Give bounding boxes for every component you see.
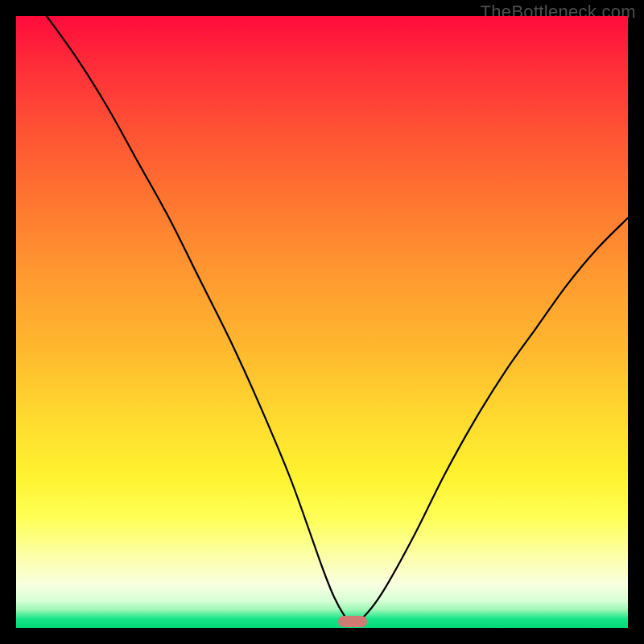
curve-left-branch <box>47 16 353 623</box>
optimal-point-marker <box>338 616 367 627</box>
curve-right-branch <box>353 218 628 623</box>
chart-frame: TheBottleneck.com <box>0 0 644 644</box>
bottleneck-curve <box>16 16 628 628</box>
plot-area <box>16 16 628 628</box>
